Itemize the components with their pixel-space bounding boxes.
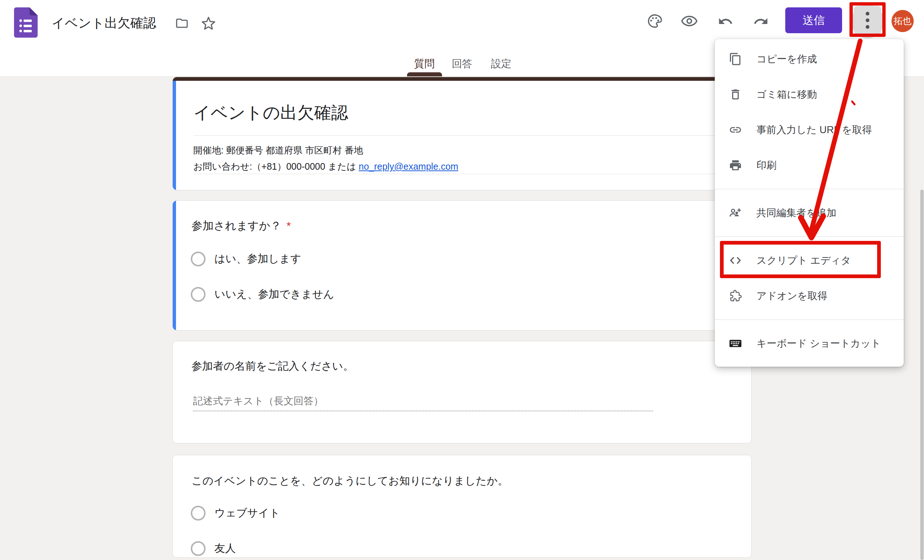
tab-questions[interactable]: 質問 bbox=[404, 55, 444, 72]
question-title: 参加者の名前をご記入ください。 bbox=[192, 359, 354, 374]
menu-item-print[interactable]: 印刷 bbox=[715, 148, 904, 183]
answer-underline bbox=[193, 410, 653, 411]
link-icon bbox=[728, 123, 743, 137]
divider bbox=[194, 174, 730, 174]
avatar[interactable]: 拓也 bbox=[891, 10, 914, 32]
document-title[interactable]: イベント出欠確認 bbox=[52, 14, 156, 32]
star-icon[interactable] bbox=[200, 15, 217, 32]
code-icon bbox=[728, 253, 743, 268]
radio-option[interactable]: いいえ、参加できません bbox=[191, 286, 334, 302]
menu-divider bbox=[715, 189, 904, 189]
radio-option[interactable]: ウェブサイト bbox=[191, 505, 280, 521]
puzzle-icon bbox=[728, 289, 743, 303]
tab-settings[interactable]: 設定 bbox=[481, 55, 521, 72]
form-description[interactable]: 開催地: 郵便番号 都道府県 市区町村 番地 お問い合わせ:（+81）000-0… bbox=[194, 142, 458, 175]
form-header-card[interactable]: イベントの出欠確認 開催地: 郵便番号 都道府県 市区町村 番地 お問い合わせ:… bbox=[172, 77, 752, 190]
send-button[interactable]: 送信 bbox=[785, 7, 842, 33]
scrollbar-thumb[interactable] bbox=[920, 190, 924, 560]
preview-eye-icon[interactable] bbox=[681, 12, 698, 30]
required-asterisk: * bbox=[287, 220, 291, 232]
paragraph-placeholder[interactable]: 記述式テキスト（長文回答） bbox=[193, 394, 324, 408]
person-add-icon bbox=[728, 205, 743, 220]
form-title[interactable]: イベントの出欠確認 bbox=[194, 102, 348, 124]
radio-icon bbox=[191, 541, 206, 556]
kebab-icon bbox=[860, 9, 875, 32]
radio-icon bbox=[191, 506, 206, 521]
menu-item-make-copy[interactable]: コピーを作成 bbox=[715, 41, 904, 77]
question-card-referral[interactable]: このイベントのことを、どのようにしてお知りになりましたか。 ウェブサイト 友人 bbox=[172, 455, 752, 558]
radio-icon bbox=[191, 287, 206, 302]
active-tab-underline bbox=[407, 72, 442, 76]
undo-icon[interactable] bbox=[717, 13, 734, 30]
selected-card-edge bbox=[173, 81, 176, 190]
trash-icon bbox=[728, 87, 743, 102]
forms-logo-icon[interactable] bbox=[14, 7, 38, 37]
palette-icon[interactable] bbox=[646, 13, 663, 29]
keyboard-icon bbox=[728, 336, 743, 351]
contact-line: お問い合わせ:（+81）000-0000 または no_reply@exampl… bbox=[194, 158, 458, 175]
menu-divider bbox=[715, 319, 904, 320]
question-title: 参加されますか？* bbox=[192, 219, 291, 234]
question-card-attendance[interactable]: 参加されますか？* はい、参加します いいえ、参加できません bbox=[172, 200, 752, 331]
radio-icon bbox=[191, 252, 206, 267]
menu-item-get-addons[interactable]: アドオンを取得 bbox=[715, 278, 904, 314]
kebab-menu-button[interactable] bbox=[854, 6, 881, 35]
tab-responses[interactable]: 回答 bbox=[442, 55, 482, 72]
menu-item-move-to-trash[interactable]: ゴミ箱に移動 bbox=[715, 77, 904, 112]
question-title: このイベントのことを、どのようにしてお知りになりましたか。 bbox=[192, 474, 508, 488]
menu-item-script-editor[interactable]: スクリプト エディタ bbox=[715, 243, 904, 278]
contact-email-link[interactable]: no_reply@example.com bbox=[358, 161, 458, 172]
radio-option[interactable]: はい、参加します bbox=[191, 251, 301, 267]
question-card-name[interactable]: 参加者の名前をご記入ください。 記述式テキスト（長文回答） bbox=[172, 341, 752, 443]
redo-icon[interactable] bbox=[753, 13, 769, 30]
menu-item-keyboard-shortcuts[interactable]: キーボード ショートカット bbox=[715, 326, 904, 361]
folder-icon[interactable] bbox=[174, 16, 189, 31]
print-icon bbox=[728, 158, 743, 173]
selected-card-edge bbox=[173, 201, 176, 331]
divider bbox=[194, 135, 730, 136]
radio-option[interactable]: 友人 bbox=[191, 541, 236, 557]
address-line: 開催地: 郵便番号 都道府県 市区町村 番地 bbox=[194, 142, 458, 158]
menu-item-add-collaborators[interactable]: 共同編集者を追加 bbox=[715, 195, 904, 231]
overflow-menu: コピーを作成 ゴミ箱に移動 事前入力した URL を取得 印刷 bbox=[715, 39, 904, 367]
copy-icon bbox=[728, 52, 743, 66]
menu-item-get-prefilled-url[interactable]: 事前入力した URL を取得 bbox=[715, 112, 904, 148]
theme-color-bar bbox=[173, 77, 751, 81]
menu-divider bbox=[715, 237, 904, 237]
